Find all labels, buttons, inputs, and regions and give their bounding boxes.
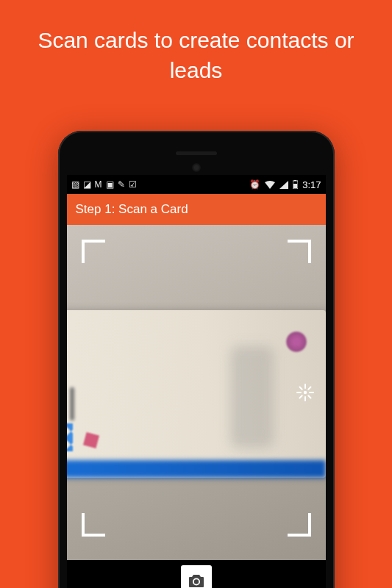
frame-corner-icon — [82, 240, 105, 263]
camera-bottombar — [67, 560, 326, 588]
notification-icon: ☑ — [129, 179, 137, 190]
flash-toggle-button[interactable] — [292, 379, 318, 406]
svg-point-13 — [193, 579, 198, 584]
phone-earpiece-slit — [176, 151, 217, 155]
evernote-icon: ✎ — [118, 179, 125, 190]
phone-front-camera — [192, 163, 201, 172]
appbar-title: Step 1: Scan a Card — [76, 202, 188, 217]
svg-line-11 — [299, 395, 302, 398]
camera-viewfinder[interactable] — [67, 225, 326, 560]
frame-corner-icon — [288, 240, 311, 263]
notification-icon: ▧ — [71, 179, 79, 190]
shutter-button[interactable] — [181, 565, 212, 588]
scan-frame — [82, 240, 311, 537]
camera-icon — [188, 573, 205, 588]
gmail-icon: M — [95, 179, 102, 190]
svg-rect-1 — [294, 180, 296, 181]
svg-point-3 — [303, 391, 306, 394]
marketing-headline: Scan cards to create contacts or leads — [0, 0, 392, 100]
frame-corner-icon — [82, 513, 105, 537]
statusbar-left-icons: ▧ ◪ M ▣ ✎ ☑ — [71, 179, 137, 190]
svg-line-9 — [308, 395, 310, 398]
phone-mockup: ▧ ◪ M ▣ ✎ ☑ ⏰ 3:17 — [58, 131, 335, 588]
android-statusbar: ▧ ◪ M ▣ ✎ ☑ ⏰ 3:17 — [67, 175, 326, 194]
device-screen: ▧ ◪ M ▣ ✎ ☑ ⏰ 3:17 — [67, 175, 326, 588]
alarm-icon: ⏰ — [249, 179, 260, 190]
app-titlebar: Step 1: Scan a Card — [67, 194, 326, 225]
notification-icon: ▣ — [106, 179, 114, 190]
svg-rect-2 — [293, 184, 297, 188]
statusbar-time: 3:17 — [302, 179, 321, 190]
statusbar-right-icons: ⏰ 3:17 — [249, 179, 321, 190]
svg-line-10 — [308, 387, 310, 390]
wifi-icon — [265, 181, 275, 189]
svg-line-8 — [299, 387, 302, 390]
frame-corner-icon — [288, 513, 311, 537]
battery-icon — [293, 180, 298, 189]
signal-icon — [279, 181, 288, 189]
notification-icon: ◪ — [83, 179, 91, 190]
card-text-line — [70, 387, 74, 420]
flash-icon — [296, 383, 315, 402]
card-logo-icon — [67, 423, 73, 451]
